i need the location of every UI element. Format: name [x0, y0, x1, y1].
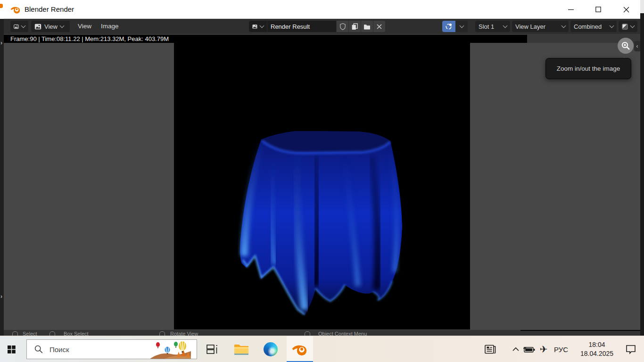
tooltip: Zoom in/out the image [545, 58, 631, 79]
tooltip-text: Zoom in/out the image [557, 65, 620, 72]
clock[interactable]: 18:04 18.04.2025 [574, 336, 619, 362]
magnifier-plus-icon [621, 41, 630, 50]
rendered-cloth-image [174, 43, 470, 329]
title-bar[interactable]: Blender Render [4, 0, 640, 19]
gizmo-orbit-icon [445, 23, 453, 30]
sidebar-toggle[interactable]: ‹ [634, 41, 640, 51]
language-indicator[interactable]: РУС [551, 336, 571, 362]
chevron-down-icon [21, 24, 26, 28]
clock-time: 18:04 [580, 340, 613, 349]
battery-status[interactable] [521, 336, 537, 362]
airplane-mode-status[interactable]: ✈ [537, 336, 551, 362]
edge-icon [264, 342, 278, 356]
display-mode-dropdown[interactable]: View [31, 21, 70, 32]
new-image-button[interactable] [349, 21, 361, 32]
airplane-icon: ✈ [540, 344, 548, 355]
image-name-field[interactable]: Render Result [267, 21, 336, 32]
gizmos-toggle[interactable] [442, 21, 455, 32]
action-center-icon [625, 344, 636, 354]
mouse-middle-icon [159, 331, 165, 336]
screen-right-edge-light [640, 0, 644, 13]
image-editor-area: Frame:90 | Time:08:11.22 | Mem:213.32M, … [4, 34, 640, 330]
menu-view[interactable]: View [76, 21, 93, 32]
status-hint: Object Context Menu [318, 331, 367, 336]
search-highlight-image[interactable] [149, 339, 191, 359]
copy-icon [351, 23, 358, 30]
status-hint: Select [23, 331, 37, 336]
window-title: Blender Render [25, 0, 74, 19]
image-name: Render Result [271, 23, 310, 30]
close-icon [377, 24, 382, 29]
mouse-left-icon [12, 331, 18, 336]
background-titlebar-sliver [0, 0, 4, 19]
file-explorer-button[interactable] [230, 336, 253, 362]
maximize-button[interactable] [588, 0, 608, 19]
start-button[interactable] [0, 336, 23, 362]
open-image-button[interactable] [361, 21, 373, 32]
chevron-down-icon [561, 24, 566, 28]
chevron-up-icon [512, 347, 520, 352]
windows-logo-icon [8, 346, 16, 354]
slot-select[interactable]: Slot 1 [475, 21, 510, 32]
image-browse-dropdown[interactable] [249, 21, 267, 32]
region-expand-icon[interactable]: › [0, 40, 2, 46]
background-blender-logo-fragment [0, 4, 3, 8]
color-alpha-icon [622, 23, 628, 30]
file-explorer-icon [234, 343, 249, 355]
display-channels-dropdown[interactable] [619, 21, 637, 32]
minimize-button[interactable] [561, 0, 581, 19]
editor-type-dropdown[interactable] [10, 21, 28, 32]
image-editor-icon [14, 24, 19, 30]
slot-value: Slot 1 [479, 23, 494, 30]
render-stats: Frame:90 | Time:08:11.22 | Mem:213.32M, … [4, 35, 527, 43]
blender-logo-icon [10, 5, 21, 14]
image-icon [252, 24, 257, 30]
zoom-image-button[interactable] [618, 38, 634, 54]
taskbar-search[interactable] [26, 339, 197, 359]
image-editor-header: View View Image Render Result [4, 19, 640, 34]
render-result-canvas[interactable] [174, 43, 470, 329]
battery-charging-icon [523, 346, 535, 353]
chevron-down-icon [260, 24, 264, 28]
view-layer-select[interactable]: View Layer [512, 21, 569, 32]
close-button[interactable] [616, 0, 636, 19]
blender-render-window: Blender Render [4, 0, 640, 330]
action-center-button[interactable] [620, 336, 641, 362]
news-icon [484, 344, 496, 355]
screen-right-edge [640, 0, 644, 336]
chevron-down-icon [610, 24, 614, 28]
shield-icon [339, 23, 346, 30]
folder-icon [363, 24, 371, 30]
region-expand-icon[interactable]: › [0, 293, 2, 300]
view-layer-value: View Layer [515, 23, 545, 30]
show-hidden-icons-button[interactable] [509, 336, 522, 362]
desktop: › › Select Box Select Rotate View Object… [0, 0, 644, 362]
chevron-down-icon [459, 24, 464, 28]
render-pass-value: Combined [574, 23, 602, 30]
status-hint: Box Select [64, 331, 89, 336]
mouse-right-icon [305, 331, 310, 336]
clock-date: 18.04.2025 [580, 349, 613, 358]
blender-taskbar-button[interactable] [287, 336, 313, 362]
chevron-down-icon [503, 24, 508, 28]
image-icon [34, 24, 41, 30]
fake-user-button[interactable] [337, 21, 348, 32]
taskbar: ✈ РУС 18:04 18.04.2025 [0, 336, 644, 362]
mouse-drag-icon [50, 331, 55, 336]
task-view-button[interactable] [201, 336, 223, 362]
unlink-image-button[interactable] [373, 21, 385, 32]
search-icon [34, 345, 43, 354]
menu-image[interactable]: Image [99, 21, 121, 32]
search-input[interactable] [49, 345, 149, 354]
task-view-icon [206, 344, 218, 355]
display-mode-label: View [44, 23, 58, 30]
chevron-down-icon [630, 24, 635, 28]
language-label: РУС [554, 346, 568, 354]
blender-icon [292, 343, 308, 356]
chevron-down-icon [60, 24, 65, 28]
render-pass-select[interactable]: Combined [570, 21, 617, 32]
news-widget-button[interactable] [480, 336, 501, 362]
gizmos-dropdown[interactable] [455, 21, 468, 32]
status-hint: Rotate View [170, 331, 198, 336]
edge-button[interactable] [259, 336, 282, 362]
